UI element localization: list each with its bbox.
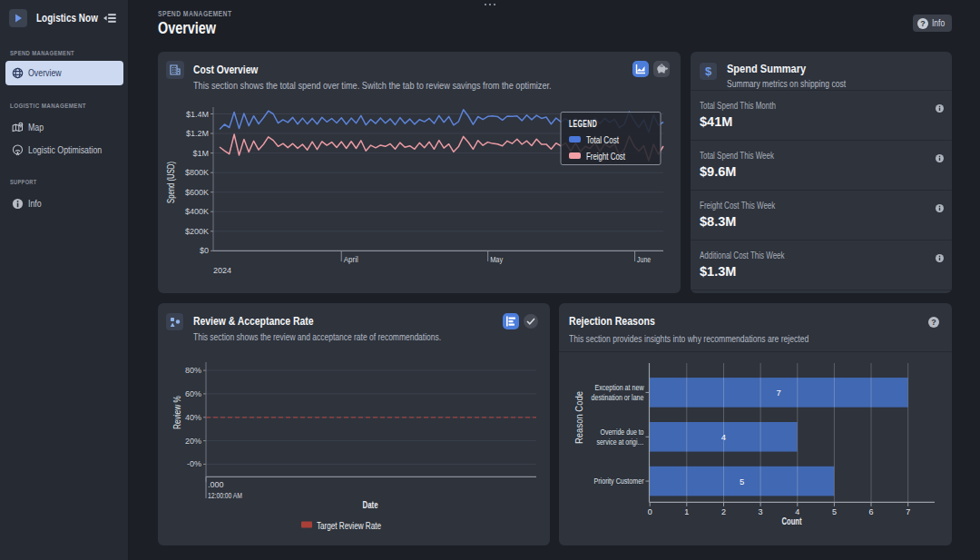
svg-text:June: June bbox=[637, 255, 651, 264]
svg-text:12:00:00 AM: 12:00:00 AM bbox=[208, 491, 242, 500]
svg-text:$1.2M: $1.2M bbox=[186, 129, 209, 138]
svg-text:2024: 2024 bbox=[213, 266, 231, 275]
svg-text:$600K: $600K bbox=[185, 188, 209, 197]
svg-text:Target Review Rate: Target Review Rate bbox=[317, 520, 381, 531]
svg-text:60%: 60% bbox=[185, 389, 201, 398]
svg-text:Exception at new: Exception at new bbox=[595, 383, 644, 392]
svg-text:40%: 40% bbox=[185, 413, 201, 422]
svg-text:4: 4 bbox=[721, 432, 726, 442]
svg-text:5: 5 bbox=[832, 507, 837, 516]
svg-text:April: April bbox=[344, 255, 358, 264]
svg-text:destination or lane: destination or lane bbox=[592, 393, 644, 402]
svg-text:0: 0 bbox=[648, 507, 652, 516]
svg-text:2: 2 bbox=[721, 507, 726, 516]
svg-text:Total Cost: Total Cost bbox=[586, 134, 619, 145]
svg-text:Review %: Review % bbox=[172, 396, 182, 429]
svg-text:May: May bbox=[490, 255, 503, 264]
svg-text:$400K: $400K bbox=[185, 207, 209, 216]
svg-text:20%: 20% bbox=[185, 437, 201, 446]
svg-text:1: 1 bbox=[684, 507, 689, 516]
svg-text:Count: Count bbox=[782, 516, 802, 526]
svg-text:6: 6 bbox=[868, 507, 873, 516]
svg-text:Override due to: Override due to bbox=[601, 427, 644, 437]
svg-text:5: 5 bbox=[740, 476, 744, 486]
svg-text:Priority Customer: Priority Customer bbox=[594, 476, 644, 486]
svg-text:$1M: $1M bbox=[192, 149, 209, 158]
svg-text:3: 3 bbox=[759, 507, 763, 516]
svg-text:$0: $0 bbox=[200, 246, 209, 255]
svg-text:LEGEND: LEGEND bbox=[569, 119, 597, 129]
svg-text:Freight Cost: Freight Cost bbox=[586, 151, 625, 162]
svg-text:80%: 80% bbox=[185, 366, 201, 375]
svg-text:service at origi…: service at origi… bbox=[597, 437, 644, 447]
svg-text:Spend (USD): Spend (USD) bbox=[166, 162, 176, 203]
svg-text:$200K: $200K bbox=[185, 227, 209, 236]
svg-text:7: 7 bbox=[777, 388, 781, 398]
svg-text:.000: .000 bbox=[208, 480, 224, 489]
svg-text:7: 7 bbox=[906, 507, 910, 516]
svg-text:Date: Date bbox=[363, 499, 378, 510]
svg-text:$800K: $800K bbox=[185, 168, 209, 177]
svg-text:Reason Code: Reason Code bbox=[574, 391, 584, 444]
svg-text:$1.4M: $1.4M bbox=[186, 110, 209, 119]
svg-text:-0%: -0% bbox=[187, 459, 201, 468]
